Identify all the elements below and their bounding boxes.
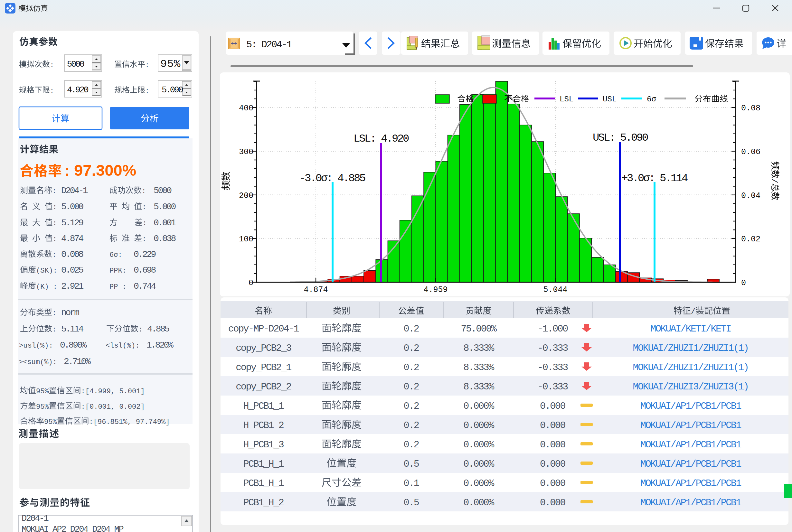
- svg-text:MOKUAI AP2 D204 D204 MP: MOKUAI AP2 D204 D204 MP: [22, 525, 123, 532]
- svg-text:MOKUAI/ZHUZI1/ZHUZI1(1): MOKUAI/ZHUZI1/ZHUZI1(1): [633, 362, 749, 373]
- svg-text:95%: 95%: [36, 387, 49, 396]
- svg-text:-0.333: -0.333: [538, 362, 568, 373]
- svg-text:PP :: PP :: [110, 283, 127, 291]
- svg-text:200: 200: [239, 191, 253, 201]
- svg-text::: :: [50, 87, 54, 95]
- svg-text:copy_PCB2_3: copy_PCB2_3: [236, 343, 291, 354]
- svg-text::: :: [145, 87, 149, 95]
- svg-text:MOKUAI/AP1/PCB1/PCB1: MOKUAI/AP1/PCB1/PCB1: [640, 401, 741, 412]
- svg-text:: 97.300%: : 97.300%: [64, 162, 136, 179]
- svg-text:0.038: 0.038: [154, 234, 176, 244]
- svg-text:5: D204-1: 5: D204-1: [246, 39, 292, 50]
- svg-text::: :: [143, 220, 147, 228]
- svg-text:copy_PCB2_1: copy_PCB2_1: [236, 362, 291, 373]
- svg-text:0.2: 0.2: [404, 420, 419, 431]
- svg-text:8.333%: 8.333%: [463, 381, 494, 392]
- svg-text::: :: [142, 235, 146, 243]
- svg-text:5.090: 5.090: [162, 85, 183, 95]
- svg-text:0.2: 0.2: [404, 323, 419, 335]
- svg-text:>usl(%):: >usl(%):: [19, 342, 53, 350]
- svg-text:0.5: 0.5: [404, 459, 419, 470]
- svg-text:PCB1_H_2: PCB1_H_2: [243, 497, 284, 508]
- svg-text:8.333%: 8.333%: [463, 362, 494, 373]
- svg-text:-0.333: -0.333: [538, 343, 568, 354]
- svg-text:MOKUAI/ZHUZI1/ZHUZI1(1): MOKUAI/ZHUZI1/ZHUZI1(1): [633, 343, 749, 354]
- svg-text::: :: [52, 251, 56, 259]
- svg-text:/: /: [770, 178, 778, 183]
- svg-text::: :: [142, 187, 146, 195]
- svg-text:0.2: 0.2: [404, 381, 419, 392]
- svg-text::: :: [53, 204, 57, 211]
- svg-text:USL: 5.090: USL: 5.090: [593, 132, 648, 144]
- svg-text:2.921: 2.921: [61, 281, 84, 291]
- svg-text:5.044: 5.044: [544, 285, 568, 294]
- svg-text::[4.999, 5.001]: :[4.999, 5.001]: [81, 387, 145, 396]
- svg-text:75.000%: 75.000%: [461, 323, 497, 335]
- svg-text:copy_PCB2_2: copy_PCB2_2: [236, 381, 291, 392]
- svg-text:0.04: 0.04: [741, 191, 760, 201]
- svg-text:5.129: 5.129: [61, 218, 83, 228]
- svg-text:0.000%: 0.000%: [463, 420, 494, 431]
- svg-text:<lsl(%):: <lsl(%):: [106, 342, 140, 350]
- svg-text:0.000%: 0.000%: [463, 478, 494, 489]
- svg-text:0.000: 0.000: [540, 420, 565, 431]
- svg-text:0.001: 0.001: [154, 218, 176, 228]
- svg-text:0.000%: 0.000%: [463, 439, 494, 450]
- svg-text:><sum(%):: ><sum(%):: [19, 358, 57, 366]
- svg-text:MOKUAI/AP1/PCB1/PCB1: MOKUAI/AP1/PCB1/PCB1: [640, 478, 741, 489]
- svg-text:-1.000: -1.000: [538, 323, 568, 335]
- svg-text:95%: 95%: [36, 403, 49, 411]
- svg-text:0.000%: 0.000%: [463, 497, 494, 508]
- svg-text:PCB1_H_1: PCB1_H_1: [243, 459, 284, 470]
- svg-text:300: 300: [239, 147, 253, 157]
- svg-text:norm: norm: [61, 308, 79, 318]
- svg-text:6σ:: 6σ:: [110, 251, 122, 259]
- svg-text:0.000%: 0.000%: [463, 401, 494, 412]
- svg-text:6σ: 6σ: [647, 95, 656, 103]
- svg-text:MOKUAI/AP1/PCB1/PCB1: MOKUAI/AP1/PCB1/PCB1: [640, 420, 741, 431]
- svg-text:0: 0: [741, 279, 746, 288]
- svg-text:5.114: 5.114: [61, 324, 84, 334]
- svg-text:H_PCB1_1: H_PCB1_1: [243, 401, 284, 412]
- svg-text:PCB1_H_1: PCB1_H_1: [243, 478, 284, 489]
- svg-text:0.5: 0.5: [404, 497, 419, 508]
- svg-text:PPK:: PPK:: [110, 267, 127, 275]
- svg-text:0.890%: 0.890%: [60, 340, 87, 350]
- svg-text:0.02: 0.02: [741, 235, 760, 244]
- svg-text::: :: [52, 309, 56, 317]
- svg-text:copy-MP-D204-1: copy-MP-D204-1: [228, 323, 299, 335]
- svg-text::: :: [145, 61, 149, 69]
- svg-text:(K) :: (K) :: [36, 283, 57, 291]
- svg-text:0.06: 0.06: [741, 147, 760, 157]
- svg-text:MOKUAI/AP1/PCB1/PCB1: MOKUAI/AP1/PCB1/PCB1: [640, 439, 741, 450]
- svg-text:MOKUAI/ZHUZI3/ZHUZI3(1): MOKUAI/ZHUZI3/ZHUZI3(1): [633, 381, 749, 392]
- svg-text:0: 0: [248, 279, 253, 288]
- svg-text:5000: 5000: [154, 186, 172, 196]
- svg-text:LSL: LSL: [560, 95, 573, 103]
- svg-text::: :: [138, 326, 143, 334]
- svg-text:-0.333: -0.333: [538, 381, 568, 392]
- svg-text:4.959: 4.959: [424, 285, 448, 294]
- svg-text:(SK):: (SK):: [36, 267, 57, 275]
- svg-text:4.885: 4.885: [147, 324, 170, 334]
- svg-text:0.025: 0.025: [61, 265, 84, 275]
- svg-text:100: 100: [239, 235, 253, 244]
- svg-text:0.2: 0.2: [404, 362, 419, 373]
- svg-text:0.2: 0.2: [404, 401, 419, 412]
- svg-text:H_PCB1_2: H_PCB1_2: [243, 420, 284, 431]
- svg-text::: :: [53, 220, 57, 228]
- svg-text:0.229: 0.229: [134, 249, 156, 260]
- svg-text:D204-1: D204-1: [22, 514, 49, 523]
- svg-text:0.08: 0.08: [741, 103, 760, 113]
- svg-text::[96.851%, 97.749%]: :[96.851%, 97.749%]: [89, 418, 170, 426]
- svg-text:1.820%: 1.820%: [147, 340, 173, 350]
- svg-text:0.000: 0.000: [540, 401, 565, 412]
- svg-text:H_PCB1_3: H_PCB1_3: [243, 439, 284, 450]
- svg-text:5000: 5000: [67, 59, 84, 69]
- svg-text:USL: USL: [603, 95, 617, 103]
- svg-text:0.000%: 0.000%: [463, 459, 494, 470]
- svg-text::: :: [50, 61, 54, 69]
- svg-text:MOKUAI/AP1/PCB1/PCB1: MOKUAI/AP1/PCB1/PCB1: [640, 459, 741, 470]
- svg-text:2.710%: 2.710%: [64, 357, 91, 366]
- svg-text:D204-1: D204-1: [61, 186, 88, 196]
